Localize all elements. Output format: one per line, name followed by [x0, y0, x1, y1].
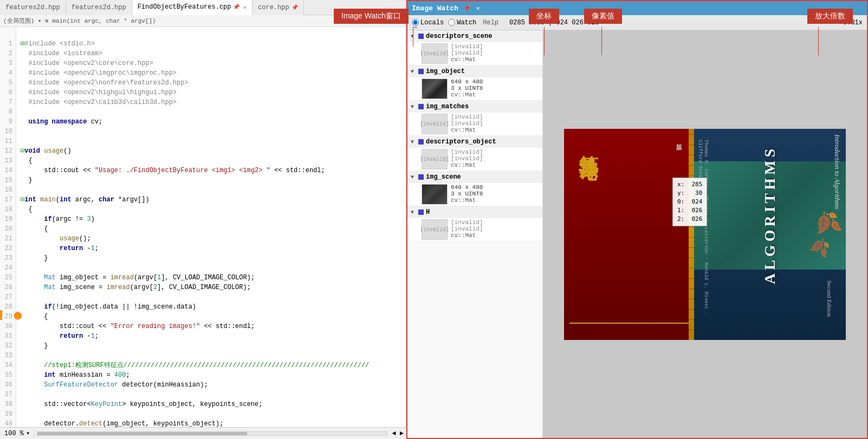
watch-radio-input[interactable]: [448, 19, 455, 26]
var-header-descriptors-scene[interactable]: ▼ descriptors_scene: [407, 30, 542, 42]
locals-radio[interactable]: Locals: [412, 19, 444, 27]
expand-icon: ▼: [411, 104, 416, 110]
var-info-img-scene: 640 x 480 3 x UINT8 cv::Mat: [451, 184, 483, 204]
var-detail-invalid1: [invalid]: [451, 114, 483, 120]
var-descriptors-object: ▼ descriptors_object [invalid] [invalid]…: [407, 136, 542, 171]
imagewatch-toolbar: Locals Watch Help 0285 0030 | 024 026 02…: [407, 15, 867, 30]
var-detail-type: cv::Mat: [451, 91, 483, 98]
var-detail-channels: 3 x UINT8: [451, 191, 483, 197]
var-detail-invalid2: [invalid]: [451, 50, 483, 56]
var-detail-type: cv::Mat: [451, 162, 483, 168]
tab-findobject[interactable]: FindObjectByFeatures.cpp 📌 ✕: [132, 0, 252, 15]
var-color-indicator: [418, 174, 424, 180]
var-detail-type: cv::Mat: [451, 197, 483, 204]
var-color-indicator: [418, 209, 424, 215]
zoom-label: 100 %: [4, 430, 24, 437]
var-detail-type: cv::Mat: [451, 56, 483, 63]
var-details-descriptors-scene: [invalid] [invalid] [invalid] cv::Mat: [407, 42, 542, 65]
var-details-img-scene: 640 x 480 3 x UINT8 cv::Mat: [407, 183, 542, 206]
var-detail-invalid2: [invalid]: [451, 155, 483, 162]
breadcrumb-text: (全局范围) ▾ ⊕ main(int argc, char * argv[]): [3, 17, 156, 25]
var-detail-size: 640 x 480: [451, 78, 483, 85]
zoom-display: 0.81x: [843, 19, 863, 27]
var-detail-invalid1: [invalid]: [451, 219, 483, 226]
var-header-img-matches[interactable]: ▼ img_matches: [407, 101, 542, 113]
tab-features2d-1[interactable]: features2d.hpp: [0, 0, 66, 15]
watch-label: Watch: [457, 19, 476, 27]
var-detail-type: cv::Mat: [451, 127, 483, 133]
var-info-h: [invalid] [invalid] cv::Mat: [451, 219, 483, 240]
var-details-img-matches: [invalid] [invalid] [invalid] cv::Mat: [407, 113, 542, 135]
var-detail-size: 640 x 480: [451, 184, 483, 191]
invalid-label: [invalid]: [420, 156, 449, 162]
var-name-img-object: img_object: [426, 68, 465, 75]
invalid-label: [invalid]: [420, 121, 449, 127]
var-thumb-img-object[interactable]: [422, 78, 448, 99]
var-descriptors-scene: ▼ descriptors_scene [invalid] [invalid] …: [407, 30, 542, 65]
zoom-control[interactable]: 100 % ▾: [0, 429, 35, 437]
main-container: features2d.hpp features2d.hpp FindObject…: [0, 0, 868, 439]
line-numbers: 12345 678910 1112131415 1617181920 21222…: [0, 27, 16, 427]
horizontal-scrollbar[interactable]: [37, 431, 387, 436]
book-title-chinese: 算法导论: [575, 140, 601, 148]
tab-features2d-2[interactable]: features2d.hpp: [66, 0, 132, 15]
image-preview-panel[interactable]: 算法导论 第三版: [543, 30, 867, 438]
var-img-matches: ▼ img_matches [invalid] [invalid] [inval…: [407, 101, 542, 136]
books-image: 算法导论 第三版: [564, 129, 846, 340]
algorithms-text: ALGORITHMS: [761, 146, 779, 284]
close-icon[interactable]: ✕: [243, 4, 247, 11]
var-details-img-object: 640 x 480 3 x UINT8 cv::Mat: [407, 77, 542, 100]
var-header-img-object[interactable]: ▼ img_object: [407, 65, 542, 77]
book-authors: Thomas H. Cormen · Charles E. Leiserson …: [696, 140, 709, 340]
tab-label: features2d.hpp: [5, 4, 60, 11]
var-color-indicator: [418, 34, 424, 39]
watch-radio[interactable]: Watch: [448, 19, 476, 27]
error-marker: ⬤: [15, 310, 21, 320]
tab-bar: features2d.hpp features2d.hpp FindObject…: [0, 0, 406, 15]
var-header-img-scene[interactable]: ▼ img_scene: [407, 171, 542, 183]
pixel-ch2: 2: 026: [677, 215, 702, 224]
var-color-indicator: [418, 139, 424, 145]
expand-icon: ▼: [411, 139, 416, 145]
var-detail-invalid1: [invalid]: [451, 149, 483, 155]
var-detail-invalid2: [invalid]: [451, 120, 483, 127]
var-color-indicator: [418, 69, 424, 74]
invalid-label: [invalid]: [420, 51, 449, 57]
var-detail-invalid1: [invalid]: [451, 43, 483, 50]
tab-label: core.hpp: [258, 4, 289, 11]
var-detail-invalid2: [invalid]: [451, 226, 483, 232]
error-gutter: [0, 310, 2, 320]
pin-icon: 📌: [233, 4, 239, 10]
pixel-x: x: 285: [677, 180, 702, 189]
var-name-descriptors-scene: descriptors_scene: [426, 32, 492, 40]
var-detail-channels: 3 x UINT8: [451, 85, 483, 91]
var-header-descriptors-object[interactable]: ▼ descriptors_object: [407, 136, 542, 148]
locals-label: Locals: [420, 19, 444, 27]
scroll-arrows[interactable]: ◄ ►: [390, 430, 406, 437]
editor-side: features2d.hpp features2d.hpp FindObject…: [0, 0, 406, 439]
imagewatch-panel: Image Watch 📌 ✕ Locals Watch Help 0285 0…: [406, 0, 868, 439]
var-header-h[interactable]: ▼ H: [407, 206, 542, 218]
tab-label: features2d.hpp: [72, 4, 126, 11]
pixel-ch1: 1: 026: [677, 206, 702, 215]
help-link[interactable]: Help: [483, 19, 498, 27]
pixel-info-tooltip: x: 285 y: 30 0: 024 1: 026 2: 026: [672, 178, 707, 226]
var-name-img-scene: img_scene: [426, 173, 461, 181]
book-edition: Second Edition: [826, 280, 833, 317]
var-thumb-img-matches: [invalid]: [422, 114, 448, 134]
code-content[interactable]: ⊟#include <stdio.h> #include <iostream> …: [16, 27, 406, 427]
code-area: 12345 678910 1112131415 1617181920 21222…: [0, 27, 406, 427]
locals-radio-input[interactable]: [412, 19, 419, 26]
var-info-descriptors-scene: [invalid] [invalid] cv::Mat: [451, 43, 483, 64]
var-info-descriptors-object: [invalid] [invalid] cv::Mat: [451, 149, 483, 169]
book-title-intro-algos: Introduction to Algorithms: [833, 134, 841, 209]
var-name-descriptors-object: descriptors_object: [426, 138, 496, 146]
pixel-coordinates-display: 0285 0030 | 024 026 026: [509, 19, 599, 27]
locals-watch-toggle: Locals Watch: [412, 19, 476, 27]
var-img-object: ▼ img_object 640 x 480 3 x UINT8 cv::Mat: [407, 65, 542, 101]
breadcrumb: (全局范围) ▾ ⊕ main(int argc, char * argv[]): [0, 15, 406, 27]
var-info-img-object: 640 x 480 3 x UINT8 cv::Mat: [451, 78, 483, 98]
var-thumb-descriptors-scene: [invalid]: [422, 43, 448, 64]
tab-corehpp[interactable]: core.hpp 📌: [252, 0, 304, 15]
var-thumb-img-scene[interactable]: [422, 184, 448, 205]
